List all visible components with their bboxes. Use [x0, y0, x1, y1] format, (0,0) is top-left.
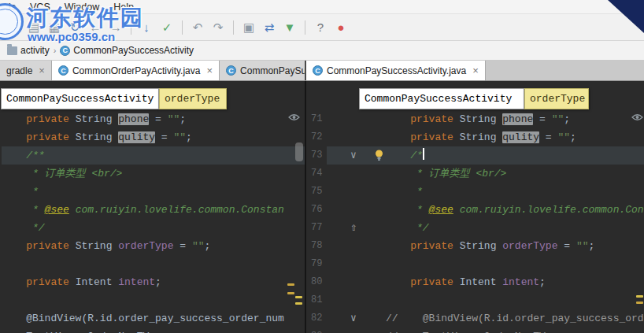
- code-token: "": [192, 240, 205, 252]
- error-stripe-mark[interactable]: [636, 302, 643, 304]
- line-number[interactable]: 71: [306, 110, 327, 128]
- code-line[interactable]: 73∨ /*: [306, 146, 644, 165]
- code-line[interactable]: [2, 291, 305, 309]
- line-number[interactable]: 76: [306, 201, 327, 219]
- code-line[interactable]: 83// TextView mOrderNumTV;: [306, 327, 644, 333]
- tab-close-icon[interactable]: ×: [472, 65, 479, 76]
- code-token: ;: [539, 276, 546, 288]
- scrollbar-thumb[interactable]: [295, 142, 303, 161]
- help-icon[interactable]: ?: [312, 19, 329, 36]
- code-line[interactable]: 78 private String orderType = "";: [306, 237, 644, 255]
- code-line[interactable]: * @see com.ruiyin.lovelife.common.Consta…: [2, 201, 305, 219]
- error-stripe-mark[interactable]: [287, 292, 294, 294]
- line-number[interactable]: 74: [306, 165, 327, 183]
- back-icon[interactable]: ←: [87, 19, 104, 36]
- code-token: private: [26, 240, 69, 252]
- code-line[interactable]: private String orderType = "";: [2, 237, 305, 255]
- code-line[interactable]: 74 * 订单类型 <br/>: [306, 165, 644, 183]
- compare-icon[interactable]: ⇄: [261, 19, 278, 36]
- code-line[interactable]: 76 * @see com.ruiyin.lovelife.common.Con…: [306, 201, 644, 219]
- tab-commonorderpayactivity-java[interactable]: CCommonOrderPayActivity.java×: [52, 61, 220, 80]
- menu-item-ls[interactable]: ls: [2, 0, 23, 13]
- line-number[interactable]: 77: [306, 219, 327, 237]
- error-stripe-mark[interactable]: [295, 302, 302, 305]
- code-line[interactable]: private String phone = "";: [2, 110, 305, 128]
- open-project-icon[interactable]: ▤: [25, 19, 43, 36]
- code-token: *: [2, 186, 39, 198]
- code-line[interactable]: 80 private Intent intent;: [306, 273, 644, 291]
- tab-commonpaysuccessactivity-java[interactable]: CCommonPaySuccessActivity.java×: [220, 61, 305, 80]
- code-line[interactable]: *: [2, 183, 305, 201]
- redo-icon[interactable]: ↷: [209, 19, 227, 36]
- toolbar-separator: [131, 20, 131, 35]
- menu-item-vcs[interactable]: VCS: [23, 0, 57, 13]
- fold-icon[interactable]: ∨: [350, 309, 357, 327]
- tab-label: gradle: [6, 65, 32, 76]
- undo-icon[interactable]: ↶: [189, 19, 206, 36]
- fold-icon[interactable]: ∨: [350, 146, 357, 165]
- tab-commonpaysuccessactivity-java[interactable]: CCommonPaySuccessActivity.java×: [306, 61, 486, 80]
- class-name-popup[interactable]: CommonPaySuccessActivity: [1, 88, 159, 109]
- line-number[interactable]: 83: [306, 327, 327, 333]
- code-line[interactable]: 77⇧ */: [306, 219, 644, 237]
- tab-close-icon[interactable]: ×: [206, 65, 213, 76]
- code-line[interactable]: * 订单类型 <br/>: [2, 165, 305, 183]
- field-name-popup[interactable]: orderType: [524, 88, 589, 109]
- intention-bulb-icon[interactable]: [375, 146, 383, 165]
- paste-icon[interactable]: ▣: [240, 19, 257, 36]
- gutter-icons: [327, 237, 386, 255]
- highlighting-level-eye-icon[interactable]: [631, 110, 643, 124]
- code-line[interactable]: */: [2, 219, 305, 237]
- class-name-popup[interactable]: CommonPaySuccessActivity: [359, 88, 524, 109]
- field-name-popup[interactable]: orderType: [159, 88, 227, 109]
- tab-gradle[interactable]: gradle×: [0, 61, 52, 80]
- code-line[interactable]: 72 private String qulity = "";: [306, 128, 644, 146]
- code-text: private Intent intent;: [386, 273, 644, 291]
- code-text: // @BindView(R.id.order_pay_success_orde…: [386, 309, 644, 327]
- editor-left[interactable]: CommonPaySuccessActivity orderType priva…: [0, 81, 305, 333]
- code-line[interactable]: 79: [306, 255, 644, 273]
- code-token: Intent: [453, 276, 502, 288]
- code-line[interactable]: /**: [2, 146, 305, 165]
- tab-close-icon[interactable]: ×: [39, 65, 45, 76]
- gutter-icons: [327, 183, 386, 201]
- line-number[interactable]: 80: [306, 273, 327, 291]
- error-stripe-mark[interactable]: [636, 295, 643, 298]
- code-line[interactable]: private Intent intent;: [2, 273, 305, 291]
- line-number[interactable]: 73: [306, 146, 327, 165]
- code-line[interactable]: 82∨// @BindView(R.id.order_pay_success_o…: [306, 309, 644, 327]
- error-stripe-mark[interactable]: [287, 283, 294, 286]
- save-all-icon[interactable]: ▦: [46, 19, 63, 36]
- line-number[interactable]: 75: [306, 183, 327, 201]
- record-icon[interactable]: ●: [332, 19, 350, 36]
- editor-right[interactable]: CommonPaySuccessActivity orderType 71 pr…: [306, 81, 644, 333]
- code-text: *: [386, 183, 644, 201]
- code-line[interactable]: @BindView(R.id.order_pay_success_order_n…: [2, 309, 305, 327]
- diff-arrow-icon[interactable]: ⇧: [350, 219, 357, 237]
- vcs-commit-icon[interactable]: ✓: [158, 19, 176, 36]
- code-text: /**: [2, 146, 305, 165]
- line-number[interactable]: 72: [306, 128, 327, 146]
- menu-item-help[interactable]: Help: [106, 0, 141, 13]
- code-line[interactable]: 71 private String phone = "";: [306, 110, 644, 128]
- code-token: phone: [502, 113, 533, 125]
- error-stripe-mark[interactable]: [295, 296, 302, 298]
- code-line[interactable]: [2, 255, 305, 273]
- breadcrumb-item-commonpaysuccessactivity[interactable]: CCommonPaySuccessActivity: [58, 45, 195, 56]
- code-line[interactable]: TextView mOrderNumTV;: [2, 327, 305, 333]
- breadcrumb-item-activity[interactable]: activity: [6, 45, 51, 56]
- vcs-update-icon[interactable]: ↓: [138, 19, 155, 36]
- sync-icon[interactable]: ↻: [66, 19, 83, 36]
- code-line[interactable]: 75 *: [306, 183, 644, 201]
- menu-item-window[interactable]: Window: [57, 0, 106, 13]
- line-number[interactable]: 82: [306, 309, 327, 327]
- highlighting-level-eye-icon[interactable]: [288, 110, 300, 124]
- code-line[interactable]: private String qulity = "";: [2, 128, 305, 146]
- forward-icon[interactable]: →: [107, 19, 124, 36]
- line-number[interactable]: 81: [306, 291, 327, 309]
- code-text: private String orderType = "";: [386, 237, 644, 255]
- code-line[interactable]: 81: [306, 291, 644, 309]
- line-number[interactable]: 78: [306, 237, 327, 255]
- line-number[interactable]: 79: [306, 255, 327, 273]
- download-icon[interactable]: ▼: [281, 19, 298, 36]
